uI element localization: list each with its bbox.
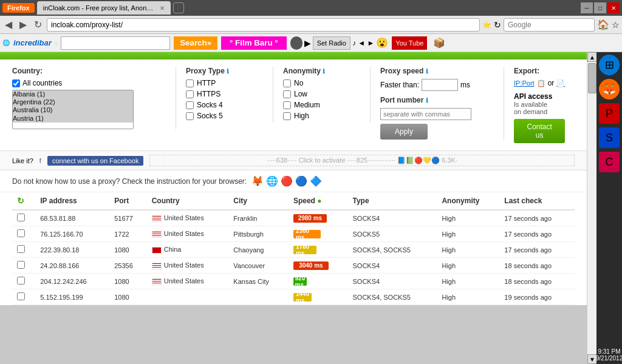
table-refresh-icon[interactable]: ↻ bbox=[17, 196, 24, 206]
minimize-button[interactable]: ─ bbox=[581, 2, 593, 13]
ip-port-link[interactable]: IP:Port bbox=[514, 79, 535, 87]
toolbar-search-input[interactable] bbox=[61, 36, 170, 50]
set-radio-button[interactable]: Set Radio bbox=[313, 36, 350, 50]
http-checkbox[interactable] bbox=[186, 79, 194, 87]
speed-bar-container: 3040 ms bbox=[293, 261, 343, 270]
back-button[interactable]: ◀ bbox=[2, 18, 15, 32]
country-listbox[interactable]: Albania (1) Argentina (22) Australia (10… bbox=[12, 90, 134, 129]
checkbox-cell[interactable] bbox=[12, 226, 35, 242]
https-checkbox[interactable] bbox=[186, 90, 194, 98]
port-cell: 1080 bbox=[109, 242, 146, 258]
country-header[interactable]: Country bbox=[147, 192, 229, 210]
type-cell: SOCKS4, SOCKS5 bbox=[348, 242, 437, 258]
contact-button[interactable]: Contact us bbox=[514, 119, 565, 143]
city-header[interactable]: City bbox=[228, 192, 289, 210]
scrollbar-thumb[interactable] bbox=[588, 63, 596, 93]
close-button[interactable]: ✕ bbox=[607, 2, 620, 13]
all-countries-checkbox[interactable] bbox=[12, 79, 20, 87]
refresh-header[interactable]: ↻ bbox=[12, 192, 35, 210]
row-checkbox[interactable] bbox=[17, 292, 25, 300]
checkbox-cell[interactable] bbox=[12, 242, 35, 258]
no-anon-checkbox[interactable] bbox=[283, 79, 291, 87]
anonymity-info-icon[interactable]: ℹ bbox=[323, 68, 325, 75]
apply-button[interactable]: Apply bbox=[380, 124, 428, 140]
type-header[interactable]: Type bbox=[348, 192, 437, 210]
new-tab-button[interactable]: + bbox=[173, 2, 184, 13]
powerpoint-app-icon[interactable]: P bbox=[599, 103, 620, 124]
speed-cell: 2360 ms bbox=[289, 226, 348, 242]
checkbox-cell[interactable] bbox=[12, 289, 35, 305]
table-row[interactable]: 68.53.81.88 51677 United States Franklin… bbox=[12, 210, 575, 226]
flag-us bbox=[152, 263, 162, 269]
proxy-type-info-icon[interactable]: ℹ bbox=[227, 68, 229, 75]
play-button[interactable]: ▶ bbox=[304, 38, 311, 48]
port-cell: 51677 bbox=[109, 210, 146, 226]
medium-anon-checkbox[interactable] bbox=[283, 101, 291, 109]
lastcheck-header[interactable]: Last check bbox=[499, 192, 575, 210]
pink-app-icon[interactable]: C bbox=[599, 152, 620, 172]
port-input[interactable] bbox=[380, 108, 471, 120]
speed-input[interactable] bbox=[422, 79, 458, 91]
filter-grid: Country: All countries Albania (1) Argen… bbox=[12, 67, 575, 143]
table-row[interactable]: 24.20.88.166 25356 United States Vancouv… bbox=[12, 258, 575, 274]
ip-cell: 68.53.81.88 bbox=[35, 210, 109, 226]
blue-app-icon[interactable]: S bbox=[599, 127, 620, 148]
medium-anon-label: Medium bbox=[294, 101, 320, 109]
youtube-button[interactable]: You Tube bbox=[392, 36, 427, 50]
row-checkbox[interactable] bbox=[17, 245, 25, 253]
bookmarks-button[interactable]: ☆ bbox=[612, 20, 620, 30]
port-header[interactable]: Port bbox=[109, 192, 146, 210]
table-row[interactable]: 222.39.80.18 1080 China Chaoyang 1780 ms… bbox=[12, 242, 575, 258]
facebook-button[interactable]: connect with us on Facebook bbox=[47, 156, 143, 166]
refresh-nav-button[interactable]: ↻ bbox=[32, 18, 44, 32]
speed-info-icon[interactable]: ℹ bbox=[426, 68, 428, 75]
row-checkbox[interactable] bbox=[17, 261, 25, 269]
activation-area[interactable]: ·····638····· Click to activate ·····825… bbox=[149, 155, 575, 166]
export-other-link[interactable]: 📄 bbox=[556, 79, 565, 87]
city-cell: Franklin bbox=[228, 210, 289, 226]
lastcheck-cell: 17 seconds ago bbox=[499, 242, 575, 258]
windows-start-icon[interactable]: ⊞ bbox=[599, 55, 620, 75]
forward-button[interactable]: ▶ bbox=[17, 18, 29, 32]
clock-time: 9:31 PM bbox=[596, 348, 622, 355]
instruction-bar: Do not know how to use a proxy? Check th… bbox=[0, 170, 587, 192]
table-row[interactable]: 76.125.166.70 1722 United States Pittsbu… bbox=[12, 226, 575, 242]
radio-oval-button[interactable] bbox=[290, 36, 302, 50]
table-row[interactable]: 5.152.195.199 1080 1440 ms SOCKS4, SOCKS… bbox=[12, 289, 575, 305]
checkbox-cell[interactable] bbox=[12, 210, 35, 226]
scrollbar-up-arrow[interactable]: ▲ bbox=[587, 52, 597, 62]
country-filter-label: Country: bbox=[12, 67, 166, 75]
http-label: HTTP bbox=[197, 79, 216, 87]
row-checkbox[interactable] bbox=[17, 229, 25, 237]
row-checkbox[interactable] bbox=[17, 277, 25, 285]
checkbox-cell[interactable] bbox=[12, 258, 35, 274]
firefox-app-icon[interactable]: 🦊 bbox=[599, 79, 620, 99]
ip-header[interactable]: IP address bbox=[35, 192, 109, 210]
country-cell bbox=[147, 289, 229, 305]
row-checkbox[interactable] bbox=[17, 214, 25, 221]
home-button[interactable]: 🏠 bbox=[597, 19, 609, 30]
toolbar-search-button[interactable]: Search» bbox=[174, 36, 217, 50]
port-cell: 25356 bbox=[109, 258, 146, 274]
activation-label[interactable]: Click to activate bbox=[299, 157, 346, 164]
anonymity-header[interactable]: Anonymity bbox=[437, 192, 499, 210]
socks4-checkbox[interactable] bbox=[186, 101, 194, 109]
address-bar[interactable] bbox=[47, 18, 480, 32]
port-info-icon[interactable]: ℹ bbox=[426, 97, 428, 104]
tab-close-button[interactable]: ✕ bbox=[160, 5, 164, 12]
low-anon-checkbox[interactable] bbox=[283, 90, 291, 98]
speed-bar-container: 1440 ms bbox=[293, 293, 343, 302]
checkbox-cell[interactable] bbox=[12, 274, 35, 289]
socks5-checkbox[interactable] bbox=[186, 112, 194, 120]
high-anon-checkbox[interactable] bbox=[283, 112, 291, 120]
reload-button[interactable]: ↻ bbox=[494, 20, 501, 30]
radio-controls: ▶ Set Radio ♪ ◄ ► 😮 bbox=[290, 36, 389, 50]
firefox-menu-button[interactable]: Firefox bbox=[2, 3, 35, 13]
search-input[interactable] bbox=[504, 18, 595, 32]
film-baru-button[interactable]: ° Film Baru ° bbox=[221, 36, 287, 50]
browser-tab[interactable]: inCloak.com - Free proxy list, Anonymo..… bbox=[37, 1, 171, 15]
table-row[interactable]: 204.12.242.246 1080 United States Kansas… bbox=[12, 274, 575, 289]
maximize-button[interactable]: □ bbox=[594, 2, 606, 13]
scrollbar[interactable]: ▲ ▼ bbox=[587, 52, 596, 364]
speed-header[interactable]: Speed ● bbox=[289, 192, 348, 210]
